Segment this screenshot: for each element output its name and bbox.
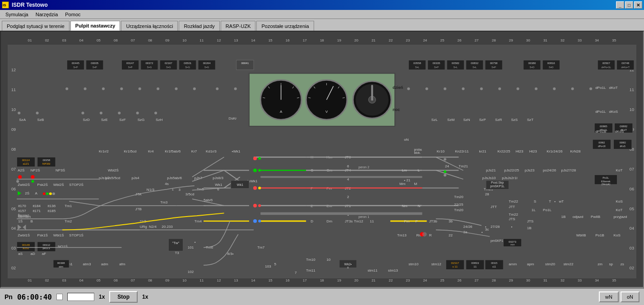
svg-text:s11: s11 [492,266,496,268]
svg-point-190 [52,192,55,195]
svg-text:•Wk1: •Wk1 [232,150,241,154]
svg-point-401 [553,88,556,90]
svg-text:SzM: SzM [447,118,454,122]
svg-text:Kr7: Kr7 [191,150,197,154]
svg-text:02: 02 [630,266,634,271]
svg-text:pJs21: pJs21 [486,169,496,173]
svg-text:00558: 00558 [413,62,422,65]
svg-text:JT3s: JT3s [345,219,353,223]
svg-text:SzB: SzB [37,118,44,122]
svg-text:00445: 00445 [72,62,80,65]
svg-text:Tm20: Tm20 [454,208,463,213]
tab-rasp[interactable]: RASP-UZK [221,21,256,31]
tab-podglad[interactable]: Podgląd sytuacji w terenie [2,21,69,31]
svg-text:po24/26: po24/26 [543,169,556,173]
svg-text:S•P: S•P [93,66,97,69]
tab-pozostale[interactable]: Pozostałe urządzenia [256,21,314,31]
svg-point-474 [444,158,446,161]
svg-text:pJs23: pJs23 [525,169,535,173]
tab-urzadzenia[interactable]: Urządzenia łączności [121,21,178,31]
menubar: Symulacja Narzędzia Pomoc [0,10,644,19]
svg-text:Ht23: Ht23 [529,150,537,154]
close-button[interactable]: ✕ [634,1,642,9]
svg-text:Kd1r/3: Kd1r/3 [206,150,217,154]
svg-text:SzT: SzT [527,118,533,122]
svg-text:05: 05 [11,207,16,211]
titlebar: IS ISDR Testowo _ □ ✕ [0,0,644,10]
svg-text:Tm5: Tm5 [197,187,204,191]
svg-text:Wk1: Wk1 [237,183,243,186]
svg-point-400 [535,88,537,90]
maximize-button[interactable]: □ [625,1,633,9]
svg-text:T3: T3 [175,251,179,255]
svg-text:Tm7: Tm7 [257,245,265,250]
svg-text:adm: adm [101,262,108,266]
svg-text:02: 02 [11,266,16,271]
svg-text:Tm11: Tm11 [306,268,315,273]
svg-text:V: V [325,110,328,114]
svg-text:DsKr: DsKr [229,116,237,120]
svg-text:Šlemień: Šlemień [18,213,29,217]
app-icon: IS [2,1,9,9]
svg-text:Kr1r/2: Kr1r/2 [99,150,109,154]
svg-text:S•G: S•G [147,66,152,69]
svg-point-383 [65,88,68,90]
status-checkbox[interactable] [56,294,63,300]
svg-text:pJsJs2r1I: pJsJs2r1I [502,176,518,180]
menu-narzedzia[interactable]: Narzędzia [32,11,62,18]
stop-button[interactable]: Stop [109,291,138,303]
svg-text:dKoT: dKoT [609,86,617,90]
svg-text:Zwbl1Ś: Zwbl1Ś [18,233,30,237]
svg-text:Kr1r24/26: Kr1r24/26 [547,150,563,154]
tab-rozklad[interactable]: Rozkład jazdy [179,21,219,31]
on-button[interactable]: oN [621,291,639,302]
svg-rect-382 [260,176,422,178]
svg-text:Tm4: Tm4 [195,219,202,223]
svg-text:pJs5ab/6: pJs5ab/6 [167,176,182,180]
wn-button[interactable]: wN [599,291,619,302]
svg-text:03: 03 [11,246,16,251]
status-input[interactable] [67,293,94,301]
svg-text:00833: 00833 [471,262,479,264]
window-controls: _ □ ✕ [616,1,642,9]
svg-text:a1Z1: a1Z1 [23,162,29,165]
svg-text:01S17: 01S17 [451,262,459,264]
tab-pulpit[interactable]: Pulpit nastawczy [70,21,120,31]
svg-text:KrN28: KrN28 [570,150,581,154]
svg-text:00380: 00380 [528,62,536,65]
svg-point-422 [100,112,102,115]
svg-text:SzR: SzR [495,118,502,122]
svg-point-389 [175,88,177,90]
day-label: Pn [5,293,13,300]
svg-text:00501: 00501 [184,62,192,65]
menu-pomoc[interactable]: Pomoc [61,11,84,18]
minimize-button[interactable]: _ [616,1,624,9]
svg-text:stm13: stm13 [388,268,398,273]
svg-text:apm: apm [527,262,534,266]
svg-text:03: 03 [630,246,634,251]
svg-point-419 [18,112,20,115]
svg-text:Tm2: Tm2 [65,219,72,223]
svg-point-395 [444,88,446,90]
svg-text:Zwbl2Ś: Zwbl2Ś [18,183,30,187]
svg-text:S•G: S•G [204,66,209,69]
svg-point-162 [253,169,257,172]
svg-text:11: 11 [370,219,374,223]
svg-text:04: 04 [11,226,16,231]
svg-point-399 [517,88,519,90]
svg-text:???: ??? [510,244,515,246]
svg-text:JT3b: JT3b [429,219,438,223]
col-nums-top: 01 02 03 04 05 06 07 08 09 10 11 12 13 1… [21,38,623,45]
menu-symulacja[interactable]: Symulacja [2,11,32,18]
svg-text:stm20: stm20 [545,262,556,266]
svg-text:S•P: S•P [434,66,439,69]
svg-point-170 [258,220,261,222]
svg-point-393 [407,88,410,90]
svg-point-385 [102,88,105,90]
svg-point-386 [120,88,123,90]
svg-point-403 [589,88,592,90]
svg-text:00312: 00312 [42,244,51,246]
svg-text:22: 22 [449,233,453,237]
svg-text:00358: 00358 [42,159,51,162]
svg-text:STOP2Ś: STOP2Ś [69,183,83,187]
